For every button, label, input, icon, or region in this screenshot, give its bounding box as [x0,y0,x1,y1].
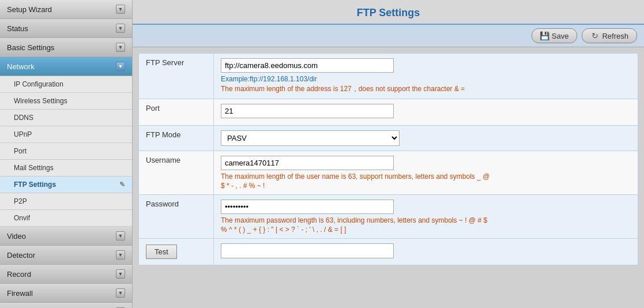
password-label: Password [139,195,214,239]
port-field-cell [214,99,638,126]
port-row: Port [139,99,638,126]
ftp-server-input[interactable] [221,58,394,73]
sidebar-subitem-label: Port [14,147,27,155]
sidebar-item-port[interactable]: Port [0,143,132,160]
refresh-button[interactable]: ↻ Refresh [582,28,637,43]
password-row: Password The maximum password length is … [139,195,638,239]
toolbar: 💾 Save ↻ Refresh [133,25,644,47]
sidebar-item-ftp-settings[interactable]: FTP Settings ✎ [0,176,132,193]
chevron-down-icon: ▼ [116,43,125,52]
test-label-cell: Test [139,239,214,265]
test-result-cell [214,239,638,265]
username-row: Username The maximum length of the user … [139,151,638,195]
port-label: Port [139,99,214,126]
sidebar-subitem-label: Mail Settings [14,164,54,172]
refresh-label: Refresh [602,32,628,40]
chevron-down-icon: ▼ [116,250,125,260]
sidebar-item-label: Status [7,24,28,33]
save-label: Save [552,32,569,40]
sidebar-item-wireless-settings[interactable]: Wireless Settings [0,93,132,110]
username-input[interactable] [221,156,394,170]
sidebar-item-label: Video [7,232,26,241]
ftp-mode-row: FTP Mode PASV PORT [139,126,638,151]
sidebar: Setup Wizard ▼ Status ▼ Basic Settings ▼… [0,0,133,308]
sidebar-item-network[interactable]: Network ▼ [0,57,132,76]
sidebar-item-detector[interactable]: Detector ▼ [0,246,132,265]
sidebar-item-firewall[interactable]: Firewall ▼ [0,284,132,303]
sidebar-item-record[interactable]: Record ▼ [0,265,132,284]
username-label: Username [139,151,214,195]
sidebar-item-p2p[interactable]: P2P [0,193,132,210]
save-icon: 💾 [540,31,549,40]
chevron-down-icon: ▼ [116,5,125,14]
sidebar-subitem-label: FTP Settings [14,181,56,189]
chevron-down-icon: ▼ [116,62,125,71]
username-hint: The maximum length of the user name is 6… [221,172,631,181]
sidebar-item-upnp[interactable]: UPnP [0,126,132,143]
password-input[interactable] [221,200,394,214]
ftp-settings-table: FTP Server Example:ftp://192.168.1.103/d… [138,53,638,265]
sidebar-item-label: Firewall [7,289,33,298]
password-field-cell: The maximum password length is 63, inclu… [214,195,638,239]
sidebar-item-video[interactable]: Video ▼ [0,227,132,246]
save-button[interactable]: 💾 Save [532,28,578,43]
sidebar-item-ddns[interactable]: DDNS [0,110,132,126]
username-field-cell: The maximum length of the user name is 6… [214,151,638,195]
chevron-down-icon: ▼ [116,24,125,33]
chevron-down-icon: ▼ [116,288,125,298]
ftp-mode-select[interactable]: PASV PORT [221,130,400,146]
sidebar-subitem-label: DDNS [14,114,33,122]
sidebar-item-mail-settings[interactable]: Mail Settings [0,160,132,176]
form-container: FTP Server Example:ftp://192.168.1.103/d… [133,47,644,308]
chevron-down-icon: ▼ [116,231,125,241]
sidebar-subitem-label: UPnP [14,130,32,138]
ftp-mode-label: FTP Mode [139,126,214,151]
refresh-icon: ↻ [590,31,600,40]
sidebar-item-label: Record [7,270,31,279]
ftp-mode-field-cell: PASV PORT [214,126,638,151]
sidebar-item-ip-configuration[interactable]: IP Configuration [0,76,132,93]
ftp-server-row: FTP Server Example:ftp://192.168.1.103/d… [139,54,638,99]
main-content: FTP Settings 💾 Save ↻ Refresh FTP Server… [133,0,644,308]
sidebar-subitem-label: Wireless Settings [14,97,67,105]
sidebar-item-label: Basic Settings [7,43,54,52]
ftp-server-hint: The maximum length of the address is 127… [221,84,631,94]
page-title: FTP Settings [133,0,644,25]
sidebar-item-label: Setup Wizard [7,5,52,14]
ftp-server-example: Example:ftp://192.168.1.103/dir [221,75,631,83]
sidebar-item-label: Network [7,62,35,71]
password-hint2: % ^ * ( ) _ + { } : " | < > ? ` - ; ' \ … [221,226,631,234]
sidebar-item-onvif[interactable]: Onvif [0,210,132,227]
sidebar-item-system[interactable]: System ▼ [0,303,132,308]
sidebar-item-status[interactable]: Status ▼ [0,19,132,38]
sidebar-item-setup-wizard[interactable]: Setup Wizard ▼ [0,0,132,19]
test-result-field [221,243,394,258]
port-input[interactable] [221,104,394,118]
username-hint2: $ * - , . # % ~ ! [221,182,631,190]
password-hint: The maximum password length is 63, inclu… [221,216,631,224]
test-row: Test [139,239,638,265]
ftp-server-label: FTP Server [139,54,214,99]
sidebar-subitem-label: Onvif [14,214,30,222]
chevron-down-icon: ▼ [116,269,125,279]
ftp-server-field-cell: Example:ftp://192.168.1.103/dir The maxi… [214,54,638,99]
test-button[interactable]: Test [146,245,177,259]
sidebar-item-basic-settings[interactable]: Basic Settings ▼ [0,38,132,57]
sidebar-subitem-label: P2P [14,197,27,205]
sidebar-subitem-label: IP Configuration [14,80,63,88]
sidebar-item-label: Detector [7,251,35,260]
edit-icon: ✎ [119,181,125,189]
